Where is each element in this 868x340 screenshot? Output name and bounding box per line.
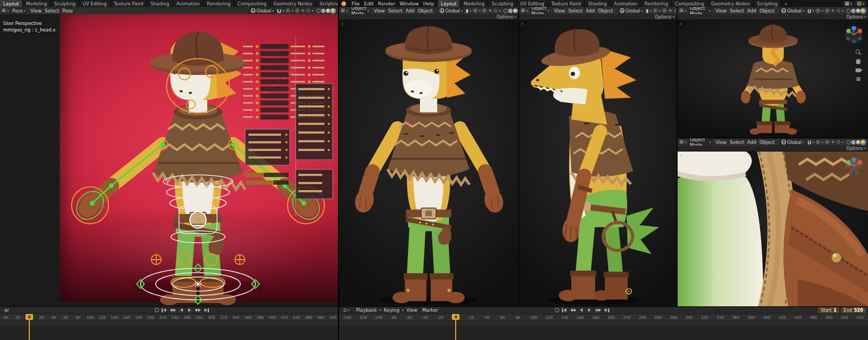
menu-object[interactable]: Object	[596, 8, 615, 14]
workspace-tab-texture-paint[interactable]: Texture Paint	[111, 0, 148, 7]
viewport-closeup[interactable]: ⊞▾Object Mode▾ViewSelectAddObjectGlobal▾…	[678, 138, 868, 306]
gizmo-toggle-icon[interactable]: +	[668, 8, 673, 13]
editor-type-dropdown[interactable]: ⊙▾	[341, 307, 352, 313]
jump-prev-keyframe-button[interactable]	[169, 307, 176, 313]
shading-wireframe-button[interactable]	[846, 9, 851, 13]
toolbar-collapse-icon[interactable]: ›	[680, 153, 682, 158]
workspace-tab-uv-editing[interactable]: UV Editing	[79, 0, 110, 7]
orientation-dropdown[interactable]: Global▾	[438, 8, 464, 14]
overlays-toggle-icon[interactable]: ◇	[307, 8, 310, 13]
orientation-dropdown[interactable]: Global▾	[780, 8, 806, 14]
mode-dropdown[interactable]: Object Mode▾	[350, 8, 371, 14]
shading-material-preview-button[interactable]	[326, 9, 330, 13]
menu-view[interactable]: View	[372, 8, 386, 14]
overlays-toggle-icon[interactable]: ◇	[837, 8, 840, 13]
app-menu-render[interactable]: Render	[376, 1, 398, 7]
gizmo-toggle-icon[interactable]: +	[831, 140, 835, 144]
orientation-dropdown[interactable]: Global▾	[780, 139, 806, 145]
options-dropdown[interactable]: Options▾	[655, 15, 674, 20]
shading-rendered-button[interactable]	[861, 9, 865, 13]
jump-to-start-button[interactable]	[561, 307, 567, 313]
menu-select[interactable]: Select	[386, 8, 404, 14]
play-reverse-button[interactable]	[178, 307, 184, 313]
app-menu-edit[interactable]: Edit	[362, 1, 375, 7]
viewport-canvas-closeup[interactable]: ›	[678, 152, 868, 306]
pivot-point-icon[interactable]: ◎	[295, 8, 299, 13]
menu-view[interactable]: View	[29, 8, 43, 14]
menu-select[interactable]: Select	[728, 8, 745, 14]
pivot-point-icon[interactable]: ◎	[482, 8, 487, 13]
workspace-tab-compositing[interactable]: Compositing	[672, 0, 707, 7]
menu-object[interactable]: Object	[416, 8, 435, 14]
menu-view[interactable]: View	[552, 8, 566, 14]
pan-tool-icon[interactable]	[856, 59, 860, 64]
menu-select[interactable]: Select	[43, 8, 60, 14]
magnet-snap-icon[interactable]	[646, 9, 648, 13]
timeline-menu-clipped[interactable]: er	[2, 307, 11, 313]
workspace-tab-shading[interactable]: Shading	[147, 0, 173, 7]
overlays-toggle-icon[interactable]: ◇	[674, 8, 676, 13]
menu-view[interactable]: View	[714, 8, 728, 14]
jump-next-keyframe-button[interactable]	[595, 307, 602, 313]
view-layer-selector[interactable]: ▧▾	[855, 1, 866, 7]
shading-wireframe-button[interactable]	[316, 9, 321, 13]
timeline-menu-playback[interactable]: Playback	[354, 307, 379, 313]
character-side-render[interactable]	[519, 20, 676, 306]
workspace-tab-rendering[interactable]: Rendering	[203, 0, 234, 7]
timeline-menu-view[interactable]: View	[404, 307, 419, 313]
toggle-ortho-icon[interactable]: ▦	[856, 77, 861, 81]
menu-add[interactable]: Add	[746, 140, 758, 145]
mode-dropdown[interactable]: Object Mode▾	[688, 139, 713, 145]
play-reverse-button[interactable]	[578, 307, 585, 313]
orientation-dropdown[interactable]: Global▾	[249, 8, 276, 14]
auto-keying-toggle[interactable]	[555, 308, 559, 312]
workspace-tab-compositing[interactable]: Compositing	[234, 0, 270, 7]
menu-pose[interactable]: Pose	[61, 8, 75, 14]
workspace-tab-geometry-nodes[interactable]: Geometry Nodes	[708, 0, 754, 7]
proportional-edit-icon[interactable]: ◎	[286, 8, 290, 13]
magnet-snap-icon[interactable]	[466, 9, 468, 13]
workspace-tab-sculpting[interactable]: Sculpting	[488, 0, 517, 7]
viewport-side[interactable]: ⊞▾Object Mode▾ViewSelectAddObjectGlobal▾…	[519, 7, 676, 306]
workspace-tab-sculpting[interactable]: Sculpting	[51, 0, 80, 7]
timeline-dopesheet-left[interactable]	[0, 321, 338, 340]
workspace-tab-geometry-nodes[interactable]: Geometry Nodes	[270, 0, 316, 7]
viewport-canvas-back[interactable]: ›	[678, 20, 868, 137]
mode-dropdown[interactable]: Object Mode▾	[688, 8, 713, 14]
proportional-edit-icon[interactable]: ◎	[653, 8, 658, 13]
shading-wireframe-button[interactable]	[846, 140, 851, 144]
proportional-edit-icon[interactable]: ◎	[473, 8, 477, 13]
play-button[interactable]	[586, 307, 593, 313]
menu-object[interactable]: Object	[758, 140, 776, 145]
menu-object[interactable]: Object	[758, 8, 776, 14]
menu-select[interactable]: Select	[566, 8, 584, 14]
timeline-dopesheet-right[interactable]	[339, 321, 868, 340]
options-dropdown[interactable]: Options▾	[846, 15, 866, 20]
workspace-tab-scripting[interactable]: Scripting	[316, 0, 338, 7]
workspace-tab-rendering[interactable]: Rendering	[641, 0, 672, 7]
menu-add[interactable]: Add	[746, 8, 758, 14]
mode-dropdown[interactable]: Object Mode▾	[530, 8, 551, 14]
pivot-point-icon[interactable]: ◎	[662, 8, 667, 13]
magnet-snap-icon[interactable]	[808, 9, 811, 13]
camera-view-icon[interactable]	[856, 68, 861, 72]
app-menu-window[interactable]: Window	[398, 1, 422, 7]
shading-solid-button[interactable]	[851, 9, 856, 13]
shading-solid-button[interactable]	[851, 140, 856, 144]
workspace-tab-modeling[interactable]: Modeling	[23, 0, 51, 7]
shading-solid-button[interactable]	[508, 9, 513, 13]
proportional-edit-icon[interactable]: ◎	[816, 8, 820, 13]
workspace-tab-layout[interactable]: Layout	[0, 0, 23, 7]
scene-selector[interactable]: ▦▾	[843, 1, 854, 7]
character-back-render[interactable]	[678, 20, 868, 137]
auto-keying-toggle[interactable]	[155, 308, 159, 312]
workspace-tab-layout[interactable]: Layout	[438, 0, 461, 7]
workspace-tab-modeling[interactable]: Modeling	[460, 0, 488, 7]
toolbar-collapse-icon[interactable]: ›	[521, 21, 524, 27]
shading-wireframe-button[interactable]	[503, 9, 508, 13]
viewport-canvas-side[interactable]: ›	[519, 20, 676, 306]
menu-view[interactable]: View	[714, 140, 728, 145]
orientation-dropdown[interactable]: Global▾	[618, 8, 644, 14]
menu-select[interactable]: Select	[728, 140, 745, 145]
gizmo-toggle-icon[interactable]: +	[301, 8, 305, 13]
